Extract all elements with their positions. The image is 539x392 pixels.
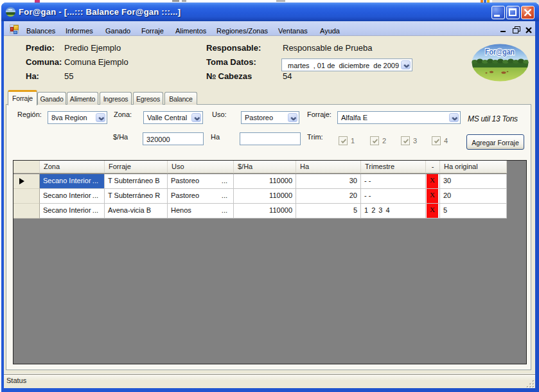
svg-text:For@gan: For@gan — [485, 47, 515, 57]
